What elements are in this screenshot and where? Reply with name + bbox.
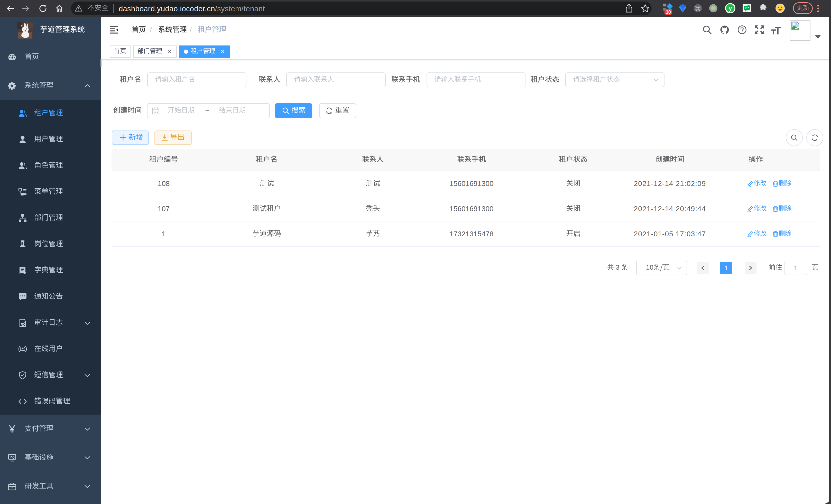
- svg-text:y: y: [729, 5, 732, 11]
- svg-text:10: 10: [666, 9, 671, 14]
